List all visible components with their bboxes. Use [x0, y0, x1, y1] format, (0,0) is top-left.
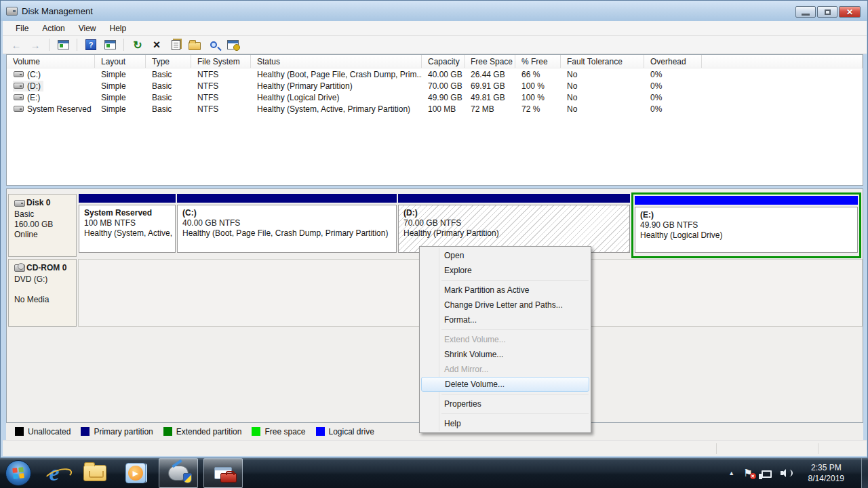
partition-status: Healthy (System, Active,	[84, 228, 175, 239]
network-icon[interactable]	[762, 470, 772, 478]
disk0-status: Online	[14, 230, 38, 239]
disk0-name: Disk 0	[26, 198, 50, 208]
menu-item-explore[interactable]: Explore	[421, 263, 589, 278]
show-desktop-button[interactable]	[861, 458, 868, 488]
volume-free: 72 MB	[465, 104, 515, 114]
menu-action[interactable]: Action	[36, 22, 71, 35]
volume-icon[interactable]	[781, 468, 790, 478]
volume-icon	[14, 94, 24, 100]
system-tray: ▲ ⚑✕ 2:35 PM 8/14/2019	[728, 458, 868, 488]
table-row-c[interactable]: (C:) Simple Basic NTFS Healthy (Boot, Pa…	[7, 68, 863, 80]
partition-system-reserved[interactable]: System Reserved 100 MB NTFS Healthy (Sys…	[79, 194, 176, 257]
refresh-icon[interactable]: ↻	[131, 38, 144, 52]
volume-pct-free: 100 %	[515, 81, 561, 91]
taskbar-internet-explorer[interactable]: e	[37, 458, 72, 488]
menu-item-change-drive-letter[interactable]: Change Drive Letter and Paths...	[421, 298, 589, 312]
volume-name: (E:)	[27, 93, 40, 102]
partition-name: (E:)	[640, 210, 857, 220]
show-hidden-icons-button[interactable]: ▲	[728, 470, 734, 476]
back-icon[interactable]: ←	[9, 38, 23, 52]
extended-partition-swatch	[163, 427, 172, 436]
volume-status: Healthy (Boot, Page File, Crash Dump, Pr…	[251, 70, 422, 79]
col-type[interactable]: Type	[146, 55, 191, 68]
action-center-flag-icon[interactable]: ⚑✕	[743, 468, 752, 478]
table-row-system-reserved[interactable]: System Reserved Simple Basic NTFS Health…	[7, 103, 863, 115]
col-pct-free[interactable]: % Free	[515, 55, 561, 68]
volume-layout: Simple	[95, 104, 146, 114]
volume-pct-free: 66 %	[515, 70, 561, 79]
menu-view[interactable]: View	[73, 22, 102, 35]
clock-date: 8/14/2019	[808, 474, 844, 483]
title-bar: Disk Management ✕	[1, 1, 867, 21]
menu-separator	[441, 394, 589, 394]
taskbar-file-explorer[interactable]	[77, 458, 113, 488]
menu-help[interactable]: Help	[104, 22, 133, 35]
col-free-space[interactable]: Free Space	[465, 55, 515, 68]
open-icon[interactable]	[188, 38, 201, 52]
windows-flag-icon	[12, 467, 24, 479]
cdrom-media: DVD (G:)	[14, 274, 47, 284]
col-fault-tolerance[interactable]: Fault Tolerance	[561, 55, 644, 68]
app-icon	[6, 7, 18, 16]
volume-overhead: 0%	[644, 93, 702, 102]
volume-type: Basic	[146, 81, 191, 91]
menu-item-properties[interactable]: Properties	[421, 396, 589, 411]
help-icon[interactable]: ?	[84, 38, 98, 52]
desktop: Disk Management ✕ File Action View Help …	[0, 0, 868, 488]
volume-capacity: 70.00 GB	[422, 81, 465, 91]
volume-table-header: Volume Layout Type File System Status Ca…	[7, 55, 863, 68]
close-button[interactable]: ✕	[839, 6, 861, 18]
legend-item-primary: Primary partition	[81, 427, 153, 436]
menu-item-delete-volume[interactable]: Delete Volume...	[421, 377, 589, 392]
menu-item-format[interactable]: Format...	[421, 312, 589, 327]
restore-button[interactable]	[817, 6, 837, 18]
properties-icon[interactable]	[169, 38, 182, 52]
volume-fs: NTFS	[191, 93, 251, 102]
delete-icon[interactable]: ×	[150, 38, 163, 52]
menu-item-open[interactable]: Open	[421, 248, 589, 263]
internet-explorer-icon: e	[49, 463, 59, 483]
partition-c[interactable]: (C:) 40.00 GB NTFS Healthy (Boot, Page F…	[177, 194, 397, 257]
taskbar-disk-management-active[interactable]	[159, 458, 198, 488]
volume-status: Healthy (System, Active, Primary Partiti…	[251, 104, 422, 114]
col-capacity[interactable]: Capacity	[422, 55, 465, 68]
table-row-d[interactable]: (D:) Simple Basic NTFS Healthy (Primary …	[7, 80, 863, 92]
taskbar-media-player[interactable]: ▶	[118, 458, 153, 488]
volume-fault-tolerance: No	[561, 70, 644, 79]
volume-fault-tolerance: No	[561, 81, 644, 91]
menu-item-shrink-volume[interactable]: Shrink Volume...	[421, 347, 589, 362]
partition-e-extended[interactable]: (E:) 49.90 GB NTFS Healthy (Logical Driv…	[631, 192, 861, 258]
partition-status: Healthy (Primary Partition)	[403, 228, 629, 239]
volume-free: 49.81 GB	[465, 93, 515, 102]
rescan-disks-icon[interactable]	[226, 38, 239, 52]
col-file-system[interactable]: File System	[191, 55, 251, 68]
start-orb[interactable]	[5, 460, 31, 486]
volume-pct-free: 100 %	[515, 93, 561, 102]
status-bar-divider	[818, 443, 818, 454]
col-status[interactable]: Status	[251, 55, 422, 68]
show-console-tree-icon[interactable]	[56, 38, 70, 52]
free-space-swatch	[252, 427, 260, 436]
minimize-button[interactable]	[795, 6, 816, 18]
forward-icon[interactable]: →	[28, 38, 42, 52]
find-icon[interactable]	[207, 38, 220, 52]
taskbar-clock[interactable]: 2:35 PM 8/14/2019	[808, 462, 844, 484]
col-layout[interactable]: Layout	[95, 55, 146, 68]
cdrom-label-panel[interactable]: CD-ROM 0 DVD (G:) No Media	[8, 259, 77, 327]
disk0-label-panel[interactable]: Disk 0 Basic 160.00 GB Online	[8, 194, 77, 257]
toolbox-icon	[220, 473, 237, 483]
menu-file[interactable]: File	[9, 22, 35, 35]
table-row-e[interactable]: (E:) Simple Basic NTFS Healthy (Logical …	[7, 92, 863, 103]
volume-layout: Simple	[95, 70, 146, 79]
menu-separator	[441, 280, 589, 281]
col-overhead[interactable]: Overhead	[644, 55, 702, 68]
partition-size: 100 MB NTFS	[84, 218, 175, 228]
menu-item-mark-partition-active[interactable]: Mark Partition as Active	[421, 283, 589, 298]
hard-disk-icon	[14, 200, 25, 207]
menu-item-help[interactable]: Help	[421, 416, 589, 431]
menu-item-add-mirror: Add Mirror...	[421, 362, 589, 377]
col-volume[interactable]: Volume	[7, 55, 95, 68]
show-action-pane-icon[interactable]	[103, 38, 117, 52]
taskbar-computer-management-active[interactable]	[203, 458, 243, 488]
volume-free: 69.91 GB	[465, 81, 515, 91]
